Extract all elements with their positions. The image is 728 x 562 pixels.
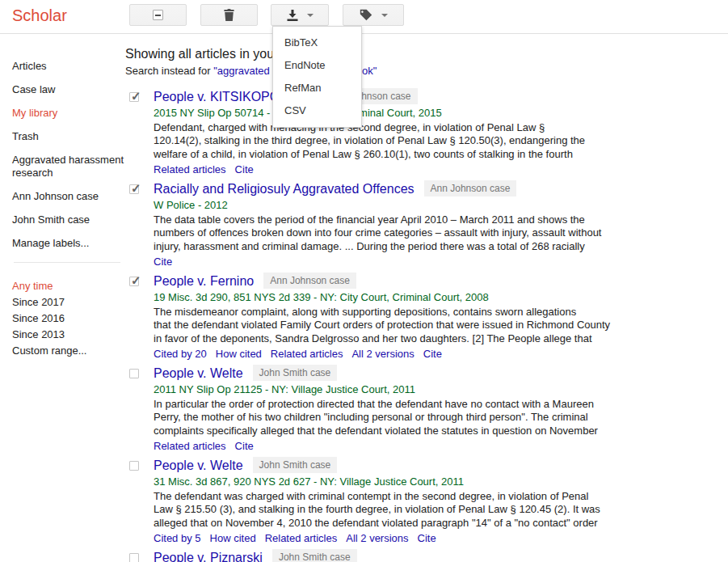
article-source: W Police - 2012 bbox=[154, 198, 675, 212]
menu-item-csv[interactable]: CSV bbox=[273, 99, 361, 122]
results-summary: Showing all articles in your library bbox=[125, 46, 675, 62]
all-versions-link[interactable]: All 2 versions bbox=[351, 348, 414, 360]
article-title[interactable]: Racially and Religiosuly Aggravated Offe… bbox=[154, 182, 414, 196]
menu-item-refman[interactable]: RefMan bbox=[273, 77, 361, 99]
cite-link[interactable]: Cite bbox=[154, 256, 172, 268]
export-button[interactable] bbox=[271, 4, 329, 26]
article-list: People v. KITSIKOPOULOSAnn Johnson case … bbox=[125, 88, 675, 562]
time-filter-custom-range[interactable]: Custom range... bbox=[12, 343, 126, 359]
download-icon bbox=[287, 10, 298, 21]
article-checkbox[interactable] bbox=[129, 369, 139, 378]
cited-by-link[interactable]: Cited by 5 bbox=[154, 532, 201, 544]
label-button[interactable] bbox=[343, 4, 404, 26]
how-cited-link[interactable]: How cited bbox=[216, 348, 262, 360]
caret-down-icon bbox=[307, 14, 314, 17]
menu-item-bibtex[interactable]: BibTeX bbox=[273, 32, 361, 54]
article-source: 2011 NY Slip Op 21125 - NY: Village Just… bbox=[154, 382, 675, 396]
tag-icon bbox=[360, 9, 372, 21]
sidebar: Articles Case law My library Trash Aggra… bbox=[12, 60, 126, 359]
cite-link[interactable]: Cite bbox=[235, 163, 254, 175]
article-checkbox[interactable] bbox=[129, 461, 139, 471]
article-label-chip: John Smith case bbox=[272, 549, 357, 562]
cite-link[interactable]: Cite bbox=[235, 440, 254, 452]
article-title[interactable]: People v. Welte bbox=[154, 458, 243, 472]
article-links: Cite bbox=[154, 255, 675, 268]
article-label-chip: Ann Johnson case bbox=[424, 180, 517, 196]
cite-link[interactable]: Cite bbox=[418, 532, 436, 544]
article-snippet: The data table covers the period of the … bbox=[154, 213, 663, 253]
trash-icon bbox=[224, 9, 234, 21]
sidebar-item-my-library[interactable]: My library bbox=[12, 107, 126, 120]
related-articles-link[interactable]: Related articles bbox=[154, 163, 226, 175]
select-all-button[interactable] bbox=[129, 4, 187, 26]
article-checkbox[interactable] bbox=[129, 277, 139, 286]
article-links: Cited by 5How citedRelated articlesAll 2… bbox=[154, 531, 675, 545]
time-filter-since-2013[interactable]: Since 2013 bbox=[12, 327, 126, 343]
related-articles-link[interactable]: Related articles bbox=[265, 532, 338, 544]
article-snippet: The defendant was charged with criminal … bbox=[154, 490, 663, 530]
article-links: Related articlesCite bbox=[154, 439, 675, 453]
delete-button[interactable] bbox=[200, 4, 258, 26]
article-checkbox[interactable] bbox=[129, 184, 139, 194]
scholar-logo[interactable]: Scholar bbox=[12, 6, 67, 25]
article-item: People v. WelteJohn Smith case 31 Misc. … bbox=[125, 457, 675, 549]
article-item: People v. WelteJohn Smith case 2011 NY S… bbox=[125, 365, 675, 457]
all-versions-link[interactable]: All 2 versions bbox=[346, 532, 408, 544]
article-title[interactable]: People v. Piznarski bbox=[154, 551, 263, 562]
article-snippet: In particular the order of protection di… bbox=[154, 398, 663, 437]
menu-item-endnote[interactable]: EndNote bbox=[273, 54, 361, 77]
article-checkbox[interactable] bbox=[129, 92, 139, 102]
sidebar-divider bbox=[14, 262, 120, 263]
time-filter-any-time[interactable]: Any time bbox=[12, 278, 126, 294]
sidebar-item-articles[interactable]: Articles bbox=[12, 60, 126, 73]
related-articles-link[interactable]: Related articles bbox=[154, 440, 226, 452]
article-links: Cited by 20How citedRelated articlesAll … bbox=[154, 347, 675, 361]
sidebar-item-case-law[interactable]: Case law bbox=[12, 83, 126, 96]
results-column: Showing all articles in your library Sea… bbox=[125, 46, 675, 562]
article-item: People v. FerninoAnn Johnson case 19 Mis… bbox=[125, 273, 675, 365]
article-links: Related articlesCite bbox=[154, 163, 675, 176]
article-source: 19 Misc. 3d 290, 851 NYS 2d 339 - NY: Ci… bbox=[154, 290, 675, 304]
minus-checkbox-icon bbox=[153, 10, 163, 20]
sidebar-label-john-smith-case[interactable]: John Smith case bbox=[12, 213, 126, 226]
caret-down-icon bbox=[381, 14, 388, 17]
export-menu: BibTeX EndNote RefMan CSV bbox=[272, 26, 362, 128]
article-source: 2015 NY Slip Op 50714 - NY: City Court, … bbox=[154, 106, 675, 120]
article-item: People v. KITSIKOPOULOSAnn Johnson case … bbox=[125, 88, 675, 180]
top-bar: Scholar bbox=[0, 0, 728, 34]
sidebar-item-manage-labels[interactable]: Manage labels... bbox=[12, 237, 126, 250]
time-filter-since-2016[interactable]: Since 2016 bbox=[12, 311, 126, 327]
article-title[interactable]: People v. Fernino bbox=[154, 274, 254, 288]
article-label-chip: John Smith case bbox=[253, 457, 338, 473]
sidebar-label-ann-johnson-case[interactable]: Ann Johnson case bbox=[12, 190, 126, 203]
sidebar-item-trash[interactable]: Trash bbox=[12, 130, 126, 143]
article-title[interactable]: People v. Welte bbox=[154, 366, 243, 380]
how-cited-link[interactable]: How cited bbox=[210, 532, 256, 544]
article-snippet: Defendant, charged with menacing in the … bbox=[154, 121, 663, 161]
search-instead-text: Search instead for bbox=[125, 65, 213, 77]
article-source: 31 Misc. 3d 867, 920 NYS 2d 627 - NY: Vi… bbox=[154, 475, 675, 488]
toolbar bbox=[129, 4, 404, 26]
time-filter-since-2017[interactable]: Since 2017 bbox=[12, 294, 126, 311]
cited-by-link[interactable]: Cited by 20 bbox=[154, 348, 207, 360]
article-snippet: The misdemeanor complaint, along with su… bbox=[154, 306, 663, 345]
cite-link[interactable]: Cite bbox=[423, 348, 442, 360]
related-articles-link[interactable]: Related articles bbox=[271, 348, 343, 360]
sidebar-label-aggravated-harassment-research[interactable]: Aggravated harassment research bbox=[12, 154, 126, 180]
article-item: People v. PiznarskiJohn Smith case bbox=[125, 549, 675, 562]
article-label-chip: Ann Johnson case bbox=[263, 273, 356, 289]
search-instead: Search instead for "aggravated harassmen… bbox=[125, 64, 675, 78]
article-label-chip: John Smith case bbox=[253, 365, 338, 381]
article-checkbox[interactable] bbox=[129, 553, 139, 562]
article-item: Racially and Religiosuly Aggravated Offe… bbox=[125, 180, 675, 273]
